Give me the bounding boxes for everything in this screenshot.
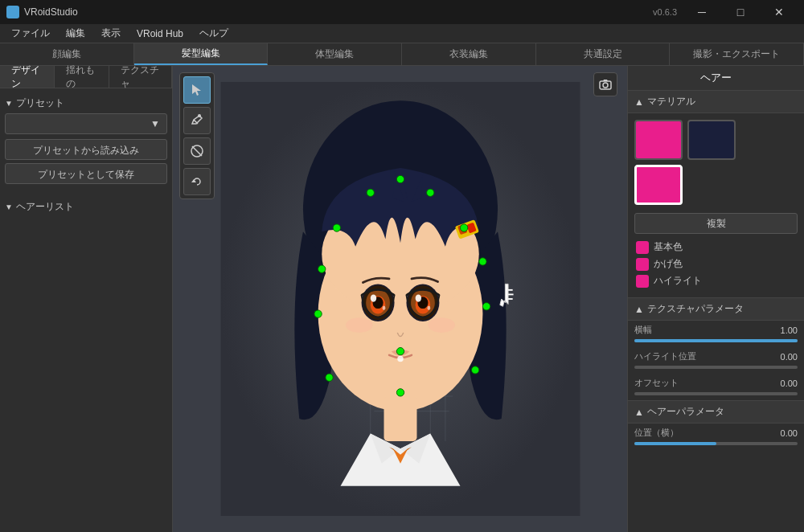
svg-point-60 bbox=[482, 303, 490, 310]
load-preset-button[interactable]: プリセットから読み込み bbox=[5, 139, 167, 160]
canvas-area[interactable] bbox=[173, 66, 627, 532]
texture-section: ▲ テクスチャパラメータ 横幅 1.00 ハイライト位置 0.00 bbox=[628, 297, 804, 400]
chevron-down-icon: ▼ bbox=[150, 118, 160, 129]
svg-point-0 bbox=[9, 8, 17, 16]
shadow-color-label: かげ色 bbox=[654, 257, 683, 271]
avatar-container bbox=[173, 66, 627, 532]
preset-label: プリセット bbox=[16, 96, 64, 110]
hair-list-label: ヘアーリスト bbox=[16, 200, 74, 214]
svg-point-59 bbox=[314, 310, 321, 317]
texture-chevron-icon: ▲ bbox=[634, 304, 644, 315]
sub-tab-design[interactable]: デザイン bbox=[0, 66, 55, 88]
hair-list-header[interactable]: ▼ ヘアーリスト bbox=[5, 197, 167, 217]
shadow-color-dot bbox=[636, 258, 649, 271]
avatar-svg bbox=[207, 82, 593, 516]
highlight-color-row[interactable]: ハイライト bbox=[634, 274, 798, 288]
svg-point-52 bbox=[396, 175, 404, 182]
preset-dropdown[interactable]: ▼ bbox=[5, 113, 167, 134]
offset-param-label: オフセット bbox=[634, 377, 679, 389]
tab-common[interactable]: 共通設定 bbox=[536, 43, 671, 65]
width-param-header: 横幅 1.00 bbox=[634, 324, 798, 336]
texture-section-header[interactable]: ▲ テクスチャパラメータ bbox=[628, 298, 804, 321]
svg-point-54 bbox=[426, 189, 433, 196]
title-bar: VRoidStudio v0.6.3 ─ □ ✕ bbox=[0, 0, 804, 24]
highlight-pos-param-row: ハイライト位置 0.00 bbox=[628, 347, 804, 374]
menu-vroid-hub[interactable]: VRoid Hub bbox=[129, 27, 191, 41]
color-swatch-pink[interactable] bbox=[634, 120, 683, 160]
hair-params-section: ▲ ヘアーパラメータ 位置（横） 0.00 bbox=[628, 400, 804, 450]
color-swatches-row2 bbox=[634, 165, 798, 205]
menu-file[interactable]: ファイル bbox=[3, 25, 58, 42]
highlight-color-label: ハイライト bbox=[654, 274, 702, 288]
width-param-label: 横幅 bbox=[634, 324, 652, 336]
hair-list-section: ▼ ヘアーリスト bbox=[0, 192, 172, 222]
highlight-pos-param-header: ハイライト位置 0.00 bbox=[634, 350, 798, 362]
color-swatch-pink2[interactable] bbox=[634, 165, 683, 205]
highlight-pos-param-label: ハイライト位置 bbox=[634, 350, 696, 362]
position-h-param-header: 位置（横） 0.00 bbox=[634, 427, 798, 439]
offset-param-value: 0.00 bbox=[781, 379, 798, 388]
tab-outfit[interactable]: 衣装編集 bbox=[402, 43, 536, 65]
menu-view[interactable]: 表示 bbox=[93, 25, 129, 42]
duplicate-button[interactable]: 複製 bbox=[634, 213, 798, 234]
sub-tab-physics[interactable]: 揺れもの bbox=[55, 66, 109, 88]
preset-section-header[interactable]: ▼ プリセット bbox=[5, 93, 167, 113]
offset-param-row: オフセット 0.00 bbox=[628, 374, 804, 400]
svg-point-57 bbox=[318, 265, 325, 272]
tab-export[interactable]: 撮影・エクスポート bbox=[670, 43, 804, 65]
hair-params-section-label: ヘアーパラメータ bbox=[647, 405, 724, 419]
svg-point-44 bbox=[428, 317, 455, 333]
save-preset-button[interactable]: プリセットとして保存 bbox=[5, 163, 167, 184]
svg-point-65 bbox=[397, 356, 403, 362]
svg-point-42 bbox=[427, 305, 430, 310]
svg-point-43 bbox=[346, 317, 373, 333]
svg-point-62 bbox=[325, 374, 332, 381]
sub-tab-texture[interactable]: テクスチャ bbox=[109, 66, 172, 88]
offset-param-header: オフセット 0.00 bbox=[634, 377, 798, 389]
svg-point-64 bbox=[396, 348, 404, 355]
material-section-header[interactable]: ▲ マテリアル bbox=[628, 91, 804, 113]
svg-point-41 bbox=[415, 294, 420, 301]
close-button[interactable]: ✕ bbox=[761, 0, 798, 24]
tab-hair[interactable]: 髪型編集 bbox=[134, 43, 269, 65]
position-h-param-row: 位置（横） 0.00 bbox=[628, 424, 804, 450]
left-sidebar: デザイン 揺れもの テクスチャ ▼ プリセット ▼ プリセットから読み込み プリ… bbox=[0, 66, 173, 532]
svg-point-35 bbox=[382, 305, 385, 310]
base-color-row[interactable]: 基本色 bbox=[634, 240, 798, 254]
svg-point-63 bbox=[471, 366, 478, 374]
tab-face[interactable]: 顔編集 bbox=[0, 43, 134, 65]
minimize-button[interactable]: ─ bbox=[683, 0, 720, 24]
tab-body[interactable]: 体型編集 bbox=[268, 43, 402, 65]
preset-chevron: ▼ bbox=[5, 99, 13, 108]
color-swatch-navy[interactable] bbox=[687, 120, 736, 160]
hair-list-chevron: ▼ bbox=[5, 203, 13, 211]
material-chevron-icon: ▲ bbox=[634, 96, 644, 108]
hair-params-section-header[interactable]: ▲ ヘアーパラメータ bbox=[628, 401, 804, 424]
hair-panel-title: ヘアー bbox=[628, 66, 804, 91]
maximize-button[interactable]: □ bbox=[722, 0, 759, 24]
position-h-slider[interactable] bbox=[634, 442, 798, 445]
width-param-row: 横幅 1.00 bbox=[628, 321, 804, 347]
shadow-color-row[interactable]: かげ色 bbox=[634, 257, 798, 271]
sub-tabs: デザイン 揺れもの テクスチャ bbox=[0, 66, 172, 88]
position-h-slider-fill bbox=[634, 442, 716, 445]
svg-point-56 bbox=[460, 224, 467, 231]
menu-edit[interactable]: 編集 bbox=[58, 25, 93, 42]
title-bar-controls: ─ □ ✕ bbox=[683, 0, 798, 24]
width-slider[interactable] bbox=[634, 339, 798, 342]
width-slider-fill bbox=[634, 339, 798, 342]
position-h-param-label: 位置（横） bbox=[634, 427, 679, 439]
app-title: VRoidStudio bbox=[24, 6, 78, 18]
highlight-pos-slider[interactable] bbox=[634, 366, 798, 369]
base-color-dot bbox=[636, 241, 649, 254]
right-panel: ヘアー ▲ マテリアル 複製 基本色 かげ色 bbox=[627, 66, 804, 532]
svg-point-34 bbox=[370, 294, 375, 301]
highlight-color-dot bbox=[636, 275, 649, 288]
preset-section: ▼ プリセット ▼ プリセットから読み込み プリセットとして保存 bbox=[0, 88, 172, 192]
svg-rect-45 bbox=[384, 396, 416, 441]
menu-help[interactable]: ヘルプ bbox=[191, 25, 236, 42]
offset-slider[interactable] bbox=[634, 392, 798, 395]
svg-point-61 bbox=[396, 389, 404, 396]
version-label: v0.6.3 bbox=[653, 7, 677, 17]
color-swatches-row1 bbox=[634, 120, 798, 160]
